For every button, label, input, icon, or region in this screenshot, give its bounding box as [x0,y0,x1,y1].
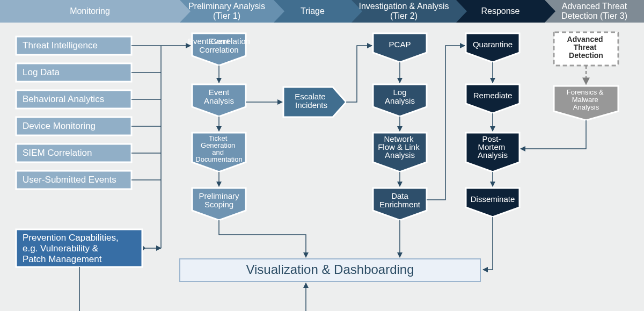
visualization-dashboarding: Visualization & Dashboarding [180,259,480,281]
task-event-correlation: Event Correlation EventCorrelation [188,33,250,66]
monitoring-column: Threat Intelligence Log Data Behavioral … [16,37,131,189]
svg-text:SIEM Correlation: SIEM Correlation [23,148,92,158]
task-post-mortem: Post- Mortem Analysis [466,133,519,172]
phase-tier3: Advanced Threat Detection (Tier 3) [545,0,644,23]
svg-text:Patch Management: Patch Management [23,254,102,264]
phase-triage: Triage [274,0,352,23]
src-device-monitoring: Device Monitoring [16,117,131,135]
task-preliminary-scoping: PreliminaryScoping [192,188,246,220]
task-remediate: Remediate [466,84,519,113]
svg-text:Disseminate: Disseminate [471,194,515,204]
workflow-diagram: Threat Intelligence Log Data Behavioral … [0,23,644,311]
src-behavioral-analytics: Behavioral Analytics [16,90,131,109]
src-user-submitted: User-Submitted Events [16,171,131,189]
task-network-flow: Network Flow & Link Analysis [373,133,427,172]
task-pcap: PCAP [373,33,427,62]
task-data-enrichment: DataEnrichment [373,188,427,220]
phase-tier2: Investigation & Analysis (Tier 2) [352,0,456,23]
svg-text:Quarantine: Quarantine [473,40,513,49]
svg-text:Log Data: Log Data [23,67,60,77]
svg-text:PreliminaryScoping: PreliminaryScoping [199,191,239,209]
svg-text:Visualization & Dashboarding: Visualization & Dashboarding [246,262,414,277]
task-disseminate: Disseminate [466,188,519,217]
src-siem-correlation: SIEM Correlation [16,144,131,162]
task-forensics-malware: Forensics & Malware Analysis [554,86,618,120]
svg-text:Behavioral Analytics: Behavioral Analytics [23,94,104,104]
task-quarantine: Quarantine [466,33,519,62]
tier2-column: PCAP LogAnalysis Network Flow & Link Ana… [373,33,427,220]
task-log-analysis: LogAnalysis [373,84,427,117]
svg-text:Device Monitoring: Device Monitoring [23,121,96,131]
response-column: Quarantine Remediate Post- Mortem Analys… [466,33,519,217]
svg-text:User-Submitted Events: User-Submitted Events [23,175,116,185]
svg-text:PCAP: PCAP [389,40,411,49]
prevention-capabilities: Prevention Capabilities, e.g. Vulnerabil… [16,229,142,267]
src-threat-intelligence: Threat Intelligence [16,37,131,55]
task-escalate-incidents: Escalate Incidents [283,87,346,117]
monitoring-flow [131,46,191,248]
task-event-analysis: EventAnalysis [192,84,246,117]
tier3-column: Advanced Threat Detection Forensics & Ma… [521,32,618,149]
svg-text:e.g. Vulnerability &: e.g. Vulnerability & [23,243,99,254]
tier1-column: Event Correlation EventCorrelation Event… [188,33,250,220]
header-phases: Monitoring Preliminary Analysis (Tier 1)… [0,0,644,23]
svg-text:Post-
        Mortem
        A: Post- Mortem Analysis [478,134,508,160]
svg-text:Prevention Capabilities,: Prevention Capabilities, [23,233,119,243]
task-advanced-threat-detection: Advanced Threat Detection [554,32,618,66]
phase-response: Response [456,0,545,23]
svg-text:Escalate
      Incidents: Escalate Incidents [295,92,328,110]
task-ticket-generation: Ticket Generation and Documentation [192,133,246,172]
phase-tier1: Preliminary Analysis (Tier 1) [180,0,274,23]
phase-monitoring: Monitoring [0,0,180,23]
svg-text:Threat Intelligence: Threat Intelligence [23,40,98,50]
svg-text:Remediate: Remediate [473,91,513,100]
src-log-data: Log Data [16,63,131,82]
